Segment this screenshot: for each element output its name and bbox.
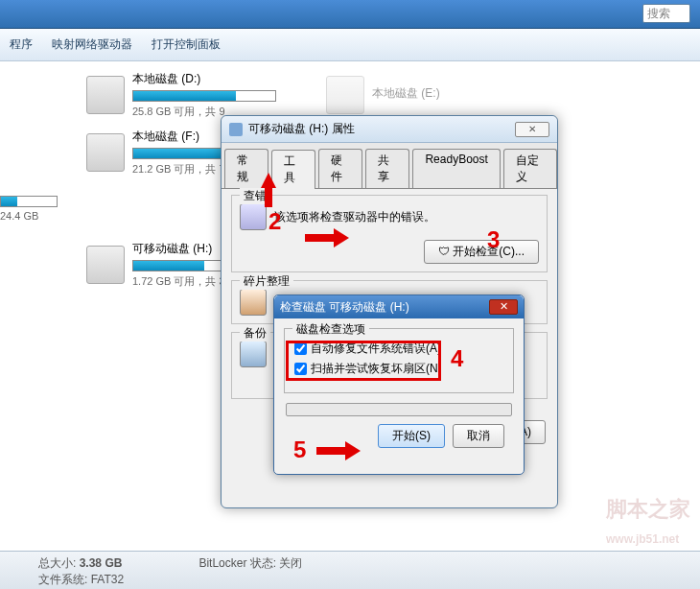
watermark: 脚本之家 www.jb51.net <box>606 495 690 549</box>
drive-item[interactable]: 本地磁盘 (D:) 25.8 GB 可用，共 9 <box>86 71 288 119</box>
annotation-arrow-2 <box>261 173 276 188</box>
tab-sharing[interactable]: 共享 <box>365 149 409 188</box>
hdd-icon <box>86 133 125 172</box>
drive-item[interactable]: 24.4 GB <box>0 196 201 222</box>
dialog-titlebar[interactable]: 可移动磁盘 (H:) 属性 ✕ <box>222 116 557 143</box>
tab-hardware[interactable]: 硬件 <box>318 149 362 188</box>
toolbar: 程序 映射网络驱动器 打开控制面板 <box>0 29 700 61</box>
backup-icon <box>240 341 267 367</box>
cancel-button[interactable]: 取消 <box>453 424 504 448</box>
dialog-title: 可移动磁盘 (H:) 属性 <box>248 121 355 137</box>
progress-bar <box>286 403 512 416</box>
menu-map-drive[interactable]: 映射网络驱动器 <box>52 36 132 53</box>
close-icon[interactable]: ✕ <box>515 122 549 137</box>
group-desc: 该选项将检查驱动器中的错误。 <box>274 209 435 225</box>
check-icon <box>240 203 267 230</box>
annotation-arrow-5 <box>316 441 361 460</box>
search-input[interactable]: 搜索 <box>642 4 690 23</box>
menu-program[interactable]: 程序 <box>10 36 33 53</box>
fieldset-label: 磁盘检查选项 <box>292 321 369 338</box>
drive-name: 本地磁盘 (D:) <box>132 71 288 87</box>
window-titlebar: 搜索 <box>0 0 700 29</box>
close-icon[interactable]: ✕ <box>489 299 518 315</box>
drive-icon <box>229 123 243 136</box>
check-options-fieldset: 磁盘检查选项 自动修复文件系统错误(A) 扫描并尝试恢复坏扇区(N) <box>284 328 514 393</box>
start-button[interactable]: 开始(S) <box>378 424 445 448</box>
tab-custom[interactable]: 自定义 <box>503 149 557 188</box>
tab-readyboost[interactable]: ReadyBoost <box>412 149 500 188</box>
hdd-icon <box>86 76 125 114</box>
group-label: 碎片整理 <box>240 273 293 290</box>
hdd-icon <box>326 76 364 114</box>
dialog-titlebar[interactable]: 检查磁盘 可移动磁盘 (H:) ✕ <box>274 295 524 318</box>
drive-item[interactable]: 本地磁盘 (E:) <box>326 71 527 119</box>
menu-control-panel[interactable]: 打开控制面板 <box>152 36 221 53</box>
annotation-arrow-3 <box>305 228 349 247</box>
start-check-button[interactable]: 🛡 开始检查(C)... <box>424 240 539 264</box>
drive-name: 本地磁盘 (E:) <box>372 85 527 102</box>
tab-tools[interactable]: 工具 <box>271 150 315 189</box>
drive-size: 24.4 GB <box>0 210 201 222</box>
annotation-3: 3 <box>487 226 500 253</box>
annotation-5: 5 <box>293 436 306 463</box>
annotation-4: 4 <box>451 345 463 372</box>
status-bar: 总大小: 3.38 GB BitLocker 状态: 关闭 文件系统: FAT3… <box>0 551 700 589</box>
scan-recover-checkbox[interactable] <box>294 363 307 375</box>
usb-icon <box>86 246 125 284</box>
group-label: 备份 <box>240 325 270 342</box>
auto-fix-checkbox[interactable] <box>294 342 307 355</box>
defrag-icon <box>240 289 267 316</box>
dialog-title: 检查磁盘 可移动磁盘 (H:) <box>280 299 409 316</box>
annotation-2: 2 <box>268 208 281 235</box>
check-disk-dialog: 检查磁盘 可移动磁盘 (H:) ✕ 磁盘检查选项 自动修复文件系统错误(A) 扫… <box>273 294 525 475</box>
auto-fix-option[interactable]: 自动修复文件系统错误(A) <box>294 341 503 357</box>
scan-recover-option[interactable]: 扫描并尝试恢复坏扇区(N) <box>294 361 503 377</box>
